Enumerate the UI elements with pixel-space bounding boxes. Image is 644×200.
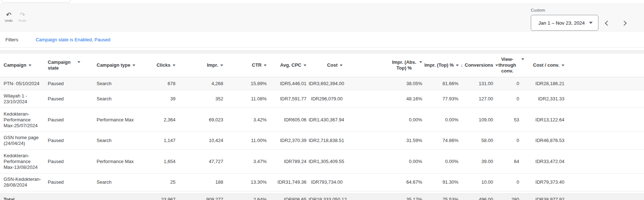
cell-conversions: 58.00 <box>458 132 493 150</box>
column-header-conversions[interactable]: ↓Conversions <box>458 54 493 77</box>
cell-clicks: 678 <box>147 77 175 90</box>
campaign-name-link[interactable]: Kedokteran-Performance Max-13/08/2024 <box>4 153 38 170</box>
column-label: Impr. <box>207 62 218 68</box>
divider <box>0 47 644 48</box>
campaign-name-link[interactable]: PTN- 05/10/2024 <box>4 81 39 86</box>
table-row: Kedokteran-Performance Max-25/07/2024Pau… <box>0 108 644 132</box>
total-campaign-state <box>44 194 93 200</box>
column-header-clicks[interactable]: Clicks <box>147 54 175 77</box>
date-range-dropdown[interactable]: Jan 1 – Nov 23, 2024 <box>531 15 598 31</box>
cell-impr-abs-top: 0.00% <box>343 108 422 132</box>
cell-cost-per-conv: IDR13,122.64 <box>519 108 564 132</box>
total-clicks: 23,967 <box>147 194 175 200</box>
cell-clicks: 1,147 <box>147 132 175 150</box>
column-menu-caret-icon <box>220 64 223 66</box>
cell-view-through-conv: 0 <box>493 174 519 191</box>
column-label: Avg. CPC <box>280 62 301 68</box>
column-label: Conversions <box>465 62 493 68</box>
total-cost-per-conv: IDR38,977.92 <box>519 194 564 200</box>
total-impr-abs-top: 35.17% <box>343 194 422 200</box>
column-header-campaign-state[interactable]: Campaign state <box>44 54 93 77</box>
cell-avg-cpc: IDR605.06 <box>267 108 306 132</box>
redo-button[interactable]: ↷ Redo <box>15 11 30 23</box>
column-label: Campaign state <box>48 59 75 71</box>
column-menu-caret-icon <box>173 64 175 66</box>
column-header-impr-abs-top[interactable]: Impr. (Abs. Top) % <box>343 54 422 77</box>
chevron-right-icon <box>622 20 627 25</box>
column-header-avg-cpc[interactable]: Avg. CPC <box>267 54 306 77</box>
cell-conversions: 127.00 <box>458 90 493 108</box>
cell-campaign-state: Paused <box>44 90 93 108</box>
cell-campaign: GSN-Kedokteran-28/08/2024 <box>0 174 44 191</box>
total-cost: IDR19,333,050.12 <box>306 194 343 200</box>
cell-campaign: Kedokteran-Performance Max-25/07/2024 <box>0 108 44 132</box>
campaign-state-filter-chip[interactable]: Campaign state is Enabled, Paused <box>35 37 110 42</box>
column-header-ctr[interactable]: CTR <box>223 54 267 77</box>
cell-avg-cpc: IDR5,446.01 <box>267 77 306 90</box>
cell-cost: IDR2,718,838.51 <box>306 132 343 150</box>
cell-campaign-state: Paused <box>44 108 93 132</box>
cell-view-through-conv: 0 <box>493 90 519 108</box>
column-label: Cost / conv. <box>533 62 559 68</box>
cell-clicks: 25 <box>147 174 175 191</box>
table-header: CampaignCampaign stateCampaign typeClick… <box>0 54 644 77</box>
next-period-button[interactable] <box>619 18 630 29</box>
cell-campaign-type: Search <box>93 132 147 150</box>
cell-impr-abs-top: 38.05% <box>343 77 422 90</box>
table-row: GSN-Kedokteran-28/08/2024PausedSearch251… <box>0 174 644 191</box>
sort-descending-icon: ↓ <box>461 62 463 68</box>
total-label: Total <box>0 194 44 200</box>
chevron-left-icon <box>605 20 610 25</box>
cell-campaign-state: Paused <box>44 132 93 150</box>
total-avg-cpc: IDR806.65 <box>267 194 306 200</box>
column-label: Campaign <box>4 62 26 68</box>
campaign-name-link[interactable]: GSN home page (24/04/24) <box>4 135 39 146</box>
total-conversions: 496.00 <box>458 194 493 200</box>
empty-cell <box>564 77 644 90</box>
column-header-impr-top[interactable]: Impr. (Top) % <box>422 54 458 77</box>
cell-clicks: 1,654 <box>147 150 175 174</box>
cell-cost: IDR296,079.00 <box>306 90 343 108</box>
column-header-campaign-type[interactable]: Campaign type <box>93 54 147 77</box>
column-header-cost-per-conv[interactable]: Cost / conv. <box>519 54 564 77</box>
campaign-name-link[interactable]: Wilayah 1 - 23/10/2024 <box>4 93 27 104</box>
column-header-view-through-conv[interactable]: View-through conv. <box>493 54 519 77</box>
total-impr: 909,277 <box>175 194 223 200</box>
campaign-name-link[interactable]: GSN-Kedokteran-28/08/2024 <box>4 176 41 188</box>
empty-cell <box>564 108 644 132</box>
undo-button[interactable]: ↶ Undo <box>1 11 16 23</box>
cell-cost-per-conv: IDR28,186.21 <box>519 77 564 90</box>
table-row: PTN- 05/10/2024PausedSearch6784,26815.89… <box>0 77 644 90</box>
cell-clicks: 39 <box>147 90 175 108</box>
cell-impr-top: 77.93% <box>422 90 458 108</box>
campaign-table: CampaignCampaign stateCampaign typeClick… <box>0 54 644 200</box>
cell-cost: IDR1,305,409.55 <box>306 150 343 174</box>
cell-clicks: 2,364 <box>147 108 175 132</box>
cell-campaign-state: Paused <box>44 150 93 174</box>
redo-label: Redo <box>15 19 30 23</box>
truncated-input[interactable] <box>1 0 71 3</box>
cell-campaign: Kedokteran-Performance Max-13/08/2024 <box>0 150 44 174</box>
column-header-cost[interactable]: Cost <box>306 54 343 77</box>
column-menu-caret-icon <box>562 64 564 66</box>
cell-avg-cpc: IDR2,370.39 <box>267 132 306 150</box>
column-label: Impr. (Top) % <box>424 62 454 68</box>
previous-period-button[interactable] <box>601 18 612 29</box>
scrollbar-track[interactable] <box>0 50 644 54</box>
column-label: Campaign type <box>97 62 130 68</box>
total-row: Total23,967909,2772.64%IDR806.65IDR19,33… <box>0 194 644 200</box>
cell-view-through-conv: 64 <box>493 150 519 174</box>
column-header-impr[interactable]: Impr. <box>175 54 223 77</box>
cell-cost-per-conv: IDR46,876.53 <box>519 132 564 150</box>
cell-conversions: 10.00 <box>458 174 493 191</box>
redo-icon: ↷ <box>15 11 30 18</box>
cell-avg-cpc: IDR789.24 <box>267 150 306 174</box>
column-header-campaign[interactable]: Campaign <box>0 54 44 77</box>
campaign-name-link[interactable]: Kedokteran-Performance Max-25/07/2024 <box>4 111 38 128</box>
column-menu-caret-icon <box>264 64 267 66</box>
cell-impr-top: 74.86% <box>422 132 458 150</box>
cell-campaign-type: Search <box>93 174 147 191</box>
google-ads-campaigns-screen: ↶ Undo ↷ Redo Custom Jan 1 – Nov 23, 202… <box>0 0 644 200</box>
cell-ctr: 15.89% <box>223 77 267 90</box>
table-row: Kedokteran-Performance Max-13/08/2024Pau… <box>0 150 644 174</box>
